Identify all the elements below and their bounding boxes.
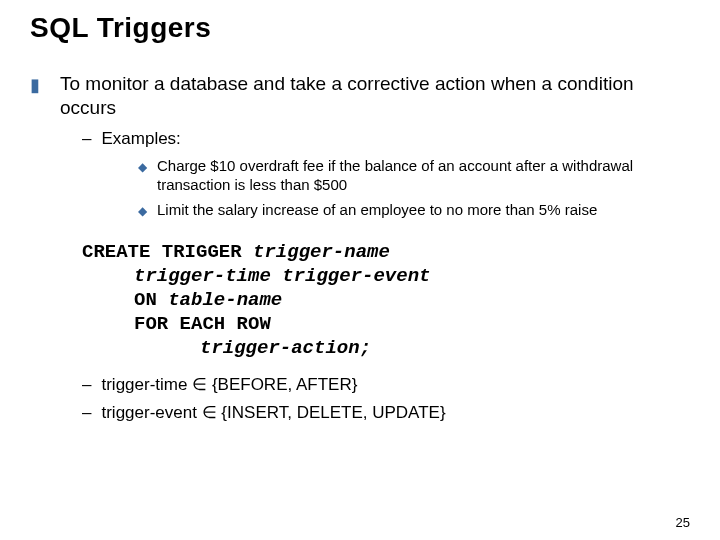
- set-label: trigger-event: [101, 403, 196, 422]
- bar-bullet-icon: ▮: [30, 73, 40, 120]
- code-line: trigger-action;: [200, 336, 690, 360]
- bullet-level-3: ◆ Charge $10 overdraft fee if the balanc…: [138, 156, 690, 194]
- bullet-level-3: ◆ Limit the salary increase of an employ…: [138, 200, 690, 220]
- diamond-bullet-icon: ◆: [138, 202, 147, 220]
- set-definition: trigger-event ∈ {INSERT, DELETE, UPDATE}: [101, 402, 445, 424]
- examples-label: Examples:: [101, 128, 180, 150]
- code-placeholder: table-name: [168, 289, 282, 311]
- slide: SQL Triggers ▮ To monitor a database and…: [0, 0, 720, 540]
- bullet-level-2: – trigger-time ∈ {BEFORE, AFTER}: [82, 374, 690, 396]
- set-values: {BEFORE, AFTER}: [212, 375, 358, 394]
- dash-bullet-icon: –: [82, 128, 91, 150]
- set-values: {INSERT, DELETE, UPDATE}: [221, 403, 445, 422]
- code-keyword: CREATE TRIGGER: [82, 241, 253, 263]
- bullet-level-2: – Examples:: [82, 128, 690, 150]
- code-block: CREATE TRIGGER trigger-name trigger-time…: [30, 240, 690, 360]
- bullet-level-2: – trigger-event ∈ {INSERT, DELETE, UPDAT…: [82, 402, 690, 424]
- code-keyword: ON: [134, 289, 168, 311]
- code-line: FOR EACH ROW: [134, 312, 690, 336]
- page-number: 25: [676, 515, 690, 530]
- code-line: CREATE TRIGGER trigger-name: [82, 240, 690, 264]
- code-line: trigger-time trigger-event: [134, 264, 690, 288]
- code-placeholder: trigger-name: [253, 241, 390, 263]
- set-label: trigger-time: [101, 375, 187, 394]
- dash-bullet-icon: –: [82, 402, 91, 424]
- slide-title: SQL Triggers: [30, 12, 690, 44]
- set-definition: trigger-time ∈ {BEFORE, AFTER}: [101, 374, 357, 396]
- bullet-level-1: ▮ To monitor a database and take a corre…: [30, 72, 690, 120]
- main-point-text: To monitor a database and take a correct…: [60, 72, 690, 120]
- example-text: Charge $10 overdraft fee if the balance …: [157, 156, 690, 194]
- dash-bullet-icon: –: [82, 374, 91, 396]
- code-line: ON table-name: [134, 288, 690, 312]
- example-text: Limit the salary increase of an employee…: [157, 200, 690, 220]
- diamond-bullet-icon: ◆: [138, 158, 147, 194]
